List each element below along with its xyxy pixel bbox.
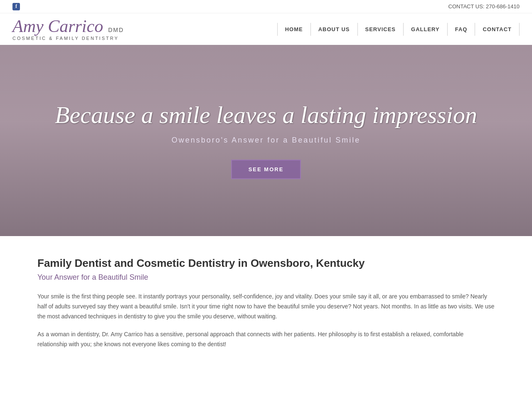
nav-item-about-us[interactable]: ABOUT US: [311, 23, 358, 36]
content-heading: Family Dentist and Cosmetic Dentistry in…: [37, 257, 495, 270]
content-section: Family Dentist and Cosmetic Dentistry in…: [0, 236, 532, 383]
main-nav: HOME ABOUT US SERVICES GALLERY FAQ CONTA…: [277, 23, 520, 36]
header: Amy Carrico DMD COSMETIC & FAMILY DENTIS…: [0, 13, 532, 45]
see-more-button[interactable]: SEE MORE: [231, 160, 301, 179]
nav-item-services[interactable]: SERVICES: [358, 23, 404, 36]
logo-area[interactable]: Amy Carrico DMD COSMETIC & FAMILY DENTIS…: [12, 17, 124, 41]
contact-us-text: CONTACT US: 270-686-1410: [448, 3, 520, 10]
nav-item-home[interactable]: HOME: [277, 23, 311, 36]
logo-dmd: DMD: [108, 27, 124, 33]
content-paragraph-1: Your smile is the first thing people see…: [37, 292, 495, 321]
facebook-icon[interactable]: f: [12, 3, 20, 10]
nav-item-gallery[interactable]: GALLERY: [404, 23, 448, 36]
top-bar: f CONTACT US: 270-686-1410: [0, 0, 532, 13]
top-bar-left: f: [12, 3, 20, 10]
logo-name-row: Amy Carrico DMD: [12, 17, 124, 35]
nav-item-contact[interactable]: CONTACT: [475, 23, 520, 36]
hero-section: Because a smile leaves a lasting impress…: [0, 45, 532, 236]
nav-item-faq[interactable]: FAQ: [448, 23, 475, 36]
logo-subtitle: COSMETIC & FAMILY DENTISTRY: [12, 36, 124, 41]
content-subheading: Your Answer for a Beautiful Smile: [37, 273, 495, 282]
hero-heading: Because a smile leaves a lasting impress…: [55, 102, 477, 128]
hero-subheading: Owensboro's Answer for a Beautiful Smile: [55, 136, 477, 145]
logo-name: Amy Carrico: [12, 17, 103, 35]
content-paragraph-2: As a woman in dentistry, Dr. Amy Carrico…: [37, 330, 495, 350]
hero-content: Because a smile leaves a lasting impress…: [55, 102, 477, 179]
